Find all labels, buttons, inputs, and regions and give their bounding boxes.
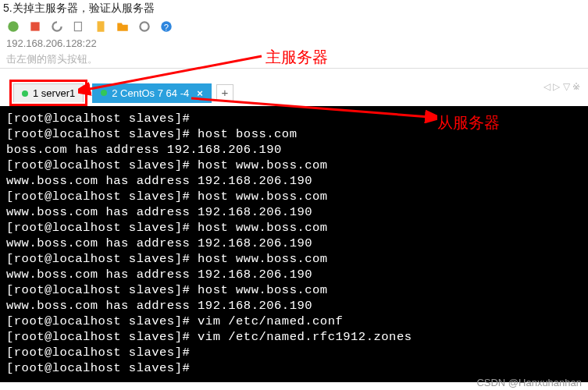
status-dot-icon <box>22 90 28 97</box>
terminal-line: boss.com has address 192.168.206.190 <box>6 142 582 158</box>
terminal-line: [root@localhost slaves]# <box>6 360 582 376</box>
terminal-line: www.boss.com has address 192.168.206.190 <box>6 204 582 220</box>
tab-label: 1 server1 <box>33 87 75 99</box>
terminal-line: [root@localhost slaves]# host www.boss.c… <box>6 220 582 236</box>
terminal-line: [root@localhost slaves]# vim /etc/named.… <box>6 314 582 329</box>
help-icon[interactable]: ? <box>159 20 173 34</box>
svg-rect-3 <box>98 21 105 32</box>
terminal-output[interactable]: [root@localhost slaves]#[root@localhost … <box>0 106 588 382</box>
disconnect-icon[interactable] <box>28 20 42 34</box>
connect-icon[interactable] <box>6 20 20 34</box>
svg-point-0 <box>8 21 19 32</box>
tab-server1-highlight: 1 server1 <box>9 80 87 106</box>
svg-point-4 <box>140 22 148 30</box>
tab-server1[interactable]: 1 server1 <box>13 83 84 102</box>
tab-centos[interactable]: 2 CentOs 7 64 -4 × <box>92 83 212 103</box>
tab-label: 2 CentOs 7 64 -4 <box>112 87 189 99</box>
watermark: CSDN @Hanxuhanhan <box>476 377 582 388</box>
terminal-line: [root@localhost slaves]# host www.boss.c… <box>6 158 582 173</box>
terminal-line: [root@localhost slaves]# host www.boss.c… <box>6 251 582 267</box>
page-caption: 5.关掉主服务器，验证从服务器 <box>0 0 588 17</box>
terminal-line: [root@localhost slaves]# host www.boss.c… <box>6 282 582 298</box>
refresh-icon[interactable] <box>50 20 64 34</box>
tab-bar: 1 server1 2 CentOs 7 64 -4 × + ◁ ▷ ▽ ※ <box>0 69 588 106</box>
label-slave: 从服务器 <box>437 112 500 133</box>
svg-text:?: ? <box>164 23 169 32</box>
add-tab-button[interactable]: + <box>216 84 233 101</box>
folder-icon[interactable] <box>116 20 130 34</box>
status-dot-icon <box>101 90 107 96</box>
copy-icon[interactable] <box>72 20 86 34</box>
terminal-line: [root@localhost slaves]# <box>6 345 582 360</box>
label-master: 主服务器 <box>265 47 328 68</box>
terminal-line: [root@localhost slaves]# host www.boss.c… <box>6 189 582 204</box>
terminal-line: www.boss.com has address 192.168.206.190 <box>6 236 582 251</box>
terminal-line: www.boss.com has address 192.168.206.190 <box>6 267 582 282</box>
paste-icon[interactable] <box>94 20 108 34</box>
terminal-line: www.boss.com has address 192.168.206.190 <box>6 173 582 189</box>
svg-rect-2 <box>74 22 81 30</box>
svg-rect-1 <box>30 22 39 30</box>
terminal-line: [root@localhost slaves]# vim /etc/named.… <box>6 329 582 345</box>
close-icon[interactable]: × <box>197 87 203 99</box>
terminal-line: www.boss.com has address 192.168.206.190 <box>6 298 582 314</box>
tab-nav-icons[interactable]: ◁ ▷ ▽ ※ <box>543 81 580 92</box>
settings-icon[interactable] <box>137 20 151 34</box>
toolbar: ? <box>0 17 588 36</box>
